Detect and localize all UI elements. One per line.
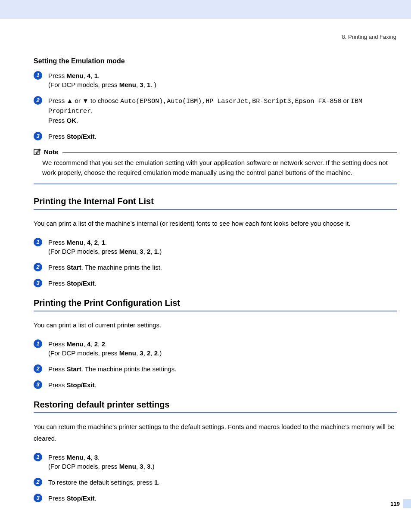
t: . <box>95 133 97 140</box>
t: Menu <box>119 248 136 255</box>
t: Press <box>48 280 67 287</box>
t: Press <box>48 381 67 389</box>
t: . <box>95 381 97 389</box>
t: , <box>90 340 94 348</box>
t: Press <box>48 340 67 348</box>
step-text: Press Menu, 4, 2, 2. (For DCP models, pr… <box>48 339 397 358</box>
step-text: Press Stop/Exit. <box>48 132 397 141</box>
t: 1 <box>94 72 98 79</box>
step-text: Press Menu, 4, 2, 1. (For DCP models, pr… <box>48 238 397 256</box>
note-body: We recommend that you set the emulation … <box>42 158 397 177</box>
fontlist-step-1: 1 Press Menu, 4, 2, 1. (For DCP models, … <box>34 238 397 256</box>
restore-step-1: 1 Press Menu, 4, 3. (For DCP models, pre… <box>34 453 397 471</box>
t: . The machine prints the settings. <box>81 365 177 373</box>
t: . <box>105 239 107 246</box>
t: 2 <box>94 340 98 348</box>
t: , <box>90 239 94 246</box>
t: 1 <box>154 248 158 255</box>
t: . <box>95 280 97 287</box>
step-badge-3: 3 <box>34 279 42 287</box>
t: Press <box>48 495 67 502</box>
intro-text: You can print a list of current printer … <box>34 319 397 331</box>
emulation-step-1: 1 Press Menu, 4, 1. (For DCP models, pre… <box>34 71 397 89</box>
t: 3 <box>94 454 98 461</box>
t: , <box>150 248 154 255</box>
note-block: Note We recommend that you set the emula… <box>34 148 397 177</box>
t: . <box>98 454 100 461</box>
t: (For DCP models, press <box>48 463 119 470</box>
step-badge-1: 1 <box>34 238 42 246</box>
step-text: Press ▲ or ▼ to choose Auto(EPSON),Auto(… <box>48 96 397 125</box>
t: Menu <box>119 349 136 357</box>
t: Press <box>48 365 67 373</box>
t: , <box>143 81 147 88</box>
section-divider <box>34 184 397 184</box>
t: To restore the default settings, press <box>48 479 154 486</box>
step-text: Press Start. The machine prints the sett… <box>48 364 397 373</box>
t: , <box>150 349 154 357</box>
t: Press <box>48 97 67 104</box>
step-text: Press Stop/Exit. <box>48 279 397 288</box>
t: 3 <box>140 463 143 470</box>
t: 3 <box>140 81 143 88</box>
t: Press <box>48 264 67 271</box>
page-number-wrap: 119 <box>390 499 411 508</box>
t: , <box>90 72 94 79</box>
arrow-up-icon: ▲ <box>67 97 73 104</box>
t: . The machine prints the list. <box>81 264 162 271</box>
heading-rule <box>34 311 397 311</box>
t: or <box>73 97 82 104</box>
t: Stop/Exit <box>67 133 95 140</box>
step-text: Press Menu, 4, 1. (For DCP models, press… <box>48 71 397 89</box>
step-badge-2: 2 <box>34 263 42 271</box>
t: 3 <box>140 349 143 357</box>
heading-rule <box>34 209 397 210</box>
header-band <box>0 0 411 19</box>
section-heading-config: Printing the Print Configuration List <box>34 298 397 308</box>
t: Menu <box>67 340 84 348</box>
t: Menu <box>67 239 84 246</box>
t: . <box>105 340 107 348</box>
t: 2 <box>154 349 158 357</box>
section-heading-fontlist: Printing the Internal Font List <box>34 196 397 206</box>
t: . <box>98 72 100 79</box>
t: Stop/Exit <box>67 495 95 502</box>
chapter-label: 8. Printing and Faxing <box>34 34 397 40</box>
step-badge-3: 3 <box>34 132 42 140</box>
step-badge-3: 3 <box>34 380 42 389</box>
t: Start <box>67 365 81 373</box>
note-rule <box>62 152 397 152</box>
emulation-step-3: 3 Press Stop/Exit. <box>34 132 397 141</box>
step-text: Press Menu, 4, 3. (For DCP models, press… <box>48 453 397 471</box>
page-edge-tab <box>403 499 411 508</box>
intro-text: You can print a list of the machine’s in… <box>34 218 397 229</box>
step-badge-2: 2 <box>34 96 42 105</box>
t: , <box>143 349 147 357</box>
config-step-2: 2 Press Start. The machine prints the se… <box>34 364 397 373</box>
t: Stop/Exit <box>67 280 95 287</box>
t: Press <box>48 72 67 79</box>
heading-rule <box>34 412 397 413</box>
t: . <box>76 117 78 124</box>
t: Menu <box>67 454 84 461</box>
section-heading-restore: Restoring default printer settings <box>34 400 397 410</box>
t: Press <box>48 454 67 461</box>
note-label: Note <box>44 148 58 156</box>
t: Stop/Exit <box>67 381 95 389</box>
intro-text: You can return the machine’s printer set… <box>34 421 397 444</box>
note-header: Note <box>34 148 397 156</box>
t: Menu <box>67 72 84 79</box>
page-number: 119 <box>390 501 400 507</box>
t: , <box>90 454 94 461</box>
t: .) <box>158 248 162 255</box>
fontlist-step-2: 2 Press Start. The machine prints the li… <box>34 263 397 272</box>
t: to choose <box>89 97 120 104</box>
t: Menu <box>119 463 136 470</box>
t: (For DCP models, press <box>48 248 119 255</box>
t: , <box>84 340 87 348</box>
restore-step-2: 2 To restore the default settings, press… <box>34 478 397 487</box>
fontlist-step-3: 3 Press Stop/Exit. <box>34 279 397 288</box>
step-text: Press Stop/Exit. <box>48 380 397 389</box>
t: . <box>95 495 97 502</box>
t: , <box>84 454 87 461</box>
